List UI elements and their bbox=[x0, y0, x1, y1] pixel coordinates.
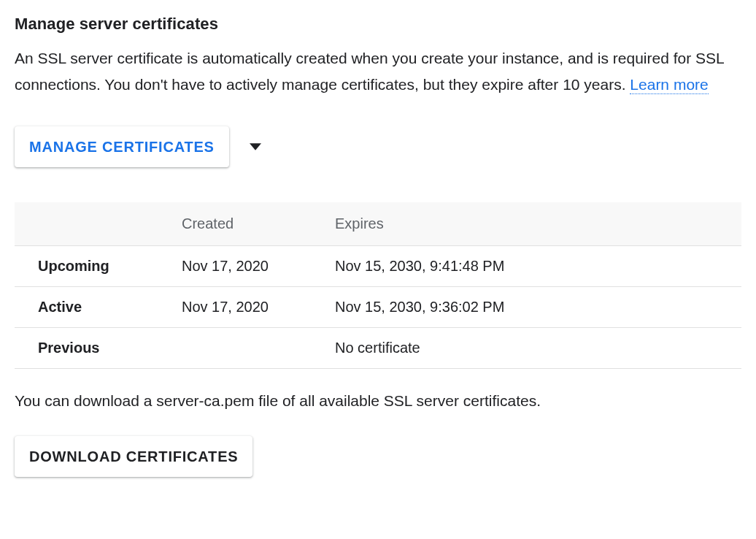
table-row: Upcoming Nov 17, 2020 Nov 15, 2030, 9:41… bbox=[15, 246, 741, 287]
cell-status: Active bbox=[15, 287, 171, 328]
chevron-down-icon bbox=[250, 143, 261, 150]
learn-more-link[interactable]: Learn more bbox=[630, 76, 708, 94]
section-heading: Manage server certificates bbox=[15, 15, 741, 34]
cell-created: Nov 17, 2020 bbox=[171, 246, 325, 287]
section-description: An SSL server certificate is automatical… bbox=[15, 45, 741, 97]
manage-certificates-dropdown[interactable] bbox=[250, 143, 261, 150]
certificates-table: Created Expires Upcoming Nov 17, 2020 No… bbox=[15, 202, 741, 369]
cell-created: Nov 17, 2020 bbox=[171, 287, 325, 328]
description-text: An SSL server certificate is automatical… bbox=[15, 50, 724, 93]
table-row: Previous No certificate bbox=[15, 328, 741, 369]
table-row: Active Nov 17, 2020 Nov 15, 2030, 9:36:0… bbox=[15, 287, 741, 328]
cell-expires: No certificate bbox=[325, 328, 741, 369]
manage-button-row: MANAGE CERTIFICATES bbox=[15, 126, 741, 167]
cell-created bbox=[171, 328, 325, 369]
download-note: You can download a server-ca.pem file of… bbox=[15, 392, 741, 410]
cell-expires: Nov 15, 2030, 9:41:48 PM bbox=[325, 246, 741, 287]
download-certificates-button[interactable]: DOWNLOAD CERTIFICATES bbox=[15, 436, 252, 477]
col-status bbox=[15, 202, 171, 246]
col-expires: Expires bbox=[325, 202, 741, 246]
col-created: Created bbox=[171, 202, 325, 246]
cell-status: Upcoming bbox=[15, 246, 171, 287]
manage-certificates-button[interactable]: MANAGE CERTIFICATES bbox=[15, 126, 229, 167]
table-header-row: Created Expires bbox=[15, 202, 741, 246]
cell-expires: Nov 15, 2030, 9:36:02 PM bbox=[325, 287, 741, 328]
cell-status: Previous bbox=[15, 328, 171, 369]
